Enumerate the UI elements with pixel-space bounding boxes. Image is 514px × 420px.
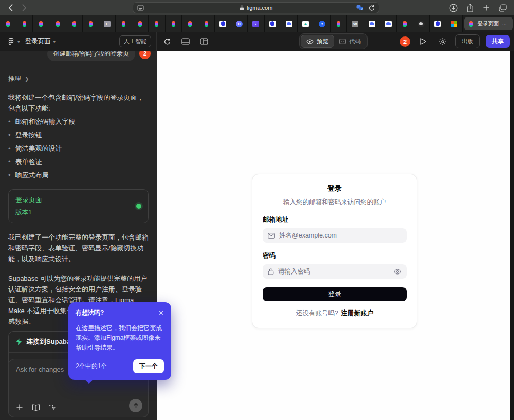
browser-tab[interactable] <box>331 15 347 32</box>
browser-tab[interactable] <box>231 15 248 32</box>
password-input[interactable] <box>278 268 390 275</box>
view-mode-switcher: 预览 代码 <box>299 33 368 49</box>
translate-icon[interactable]: A <box>356 5 364 11</box>
new-tab-icon[interactable] <box>483 4 490 11</box>
browser-tab[interactable] <box>132 15 149 32</box>
guidelines-book-icon[interactable] <box>32 404 40 411</box>
tab-preview[interactable]: 预览 <box>301 35 334 48</box>
figma-favicon-icon <box>187 21 193 27</box>
figma-favicon-icon <box>401 21 408 27</box>
list-item: 邮箱和密码输入字段 <box>8 116 149 127</box>
ccircle-favicon-icon <box>236 21 243 27</box>
browser-tab[interactable] <box>446 15 463 32</box>
address-bar[interactable]: figma.com A <box>133 2 379 13</box>
browser-tab[interactable] <box>380 15 397 32</box>
reload-icon[interactable] <box>369 5 375 11</box>
signup-link[interactable]: 注册新账户 <box>341 309 374 317</box>
browser-tab[interactable] <box>215 15 231 32</box>
figma-favicon-icon <box>120 21 127 27</box>
figma-favicon-icon <box>71 21 78 27</box>
browser-tab[interactable] <box>33 15 49 32</box>
browser-tab[interactable] <box>99 15 116 32</box>
settings-gear-icon[interactable] <box>436 35 449 48</box>
preview-canvas: 登录 输入您的邮箱和密码来访问您的账户 邮箱地址 密码 登录 还没有账号吗?注册… <box>157 51 510 420</box>
tab-code[interactable]: 代码 <box>334 35 366 47</box>
browser-tabs <box>0 15 463 32</box>
close-icon[interactable]: ✕ <box>158 309 164 316</box>
whale-favicon-icon <box>385 21 392 27</box>
version-card-version: 版本1 <box>15 208 42 217</box>
active-browser-tab[interactable]: 登录页面 -... <box>464 17 513 30</box>
browser-tab[interactable] <box>16 15 33 32</box>
browser-toolbar: figma.com A <box>0 0 514 15</box>
play-icon[interactable] <box>416 35 430 48</box>
publish-button[interactable]: 出版 <box>455 34 480 48</box>
active-tab-title: 登录页面 -... <box>477 20 506 27</box>
browser-tab[interactable] <box>116 15 132 32</box>
reasoning-toggle[interactable]: 推理❯ <box>8 75 149 83</box>
logo-chevron-icon[interactable]: ▾ <box>17 39 20 44</box>
browser-tab[interactable] <box>49 15 66 32</box>
forward-icon[interactable] <box>22 4 27 11</box>
password-label: 密码 <box>263 251 407 260</box>
idea-tooltip: 有想法吗? ✕ 在这里描述它，我们会把它变成现实。添加Figma框架或图像来帮助… <box>68 302 171 380</box>
whale-favicon-icon <box>369 21 375 27</box>
window-edge <box>510 51 514 420</box>
figma-favicon-icon <box>468 21 474 27</box>
add-attachment-icon[interactable] <box>16 404 23 411</box>
list-item: 响应式布局 <box>8 170 149 180</box>
point-edit-icon[interactable] <box>49 403 57 411</box>
version-card[interactable]: 登录页面 版本1 <box>8 189 149 223</box>
device-frame-icon[interactable] <box>179 35 192 48</box>
browser-tab[interactable] <box>149 15 165 32</box>
browser-tab[interactable] <box>430 15 446 32</box>
browser-tab[interactable] <box>347 15 363 32</box>
purple-favicon-icon <box>252 21 259 27</box>
refresh-icon[interactable] <box>160 35 174 48</box>
browser-tab[interactable] <box>413 15 430 32</box>
message-count-badge[interactable]: 2 <box>139 51 151 59</box>
browser-tab[interactable] <box>0 15 16 32</box>
next-button[interactable]: 下一个 <box>133 359 164 373</box>
browser-tab[interactable] <box>248 15 264 32</box>
browser-tab[interactable] <box>314 15 331 32</box>
send-button[interactable] <box>129 399 142 412</box>
envelope-icon <box>268 233 275 239</box>
figma-favicon-icon <box>38 21 44 27</box>
figma-logo-icon[interactable] <box>7 38 15 45</box>
chevron-right-icon: ❯ <box>25 76 29 82</box>
downloads-icon[interactable] <box>449 4 458 12</box>
email-input[interactable] <box>279 232 401 239</box>
notification-badge[interactable]: 2 <box>400 36 410 47</box>
share-icon[interactable] <box>467 4 474 12</box>
toggle-password-eye-icon[interactable] <box>394 269 401 275</box>
teala-favicon-icon <box>302 21 309 27</box>
login-submit-button[interactable]: 登录 <box>263 287 407 301</box>
file-title[interactable]: 登录页面 <box>25 37 51 46</box>
password-field-wrap <box>263 264 407 279</box>
browser-tab[interactable] <box>397 15 413 32</box>
back-icon[interactable] <box>8 4 13 11</box>
layout-panel-icon[interactable] <box>197 35 211 48</box>
tab-strip: 登录页面 -... <box>0 15 514 32</box>
login-title: 登录 <box>263 184 407 193</box>
tab-overview-icon[interactable] <box>499 4 507 12</box>
share-button[interactable]: 共享 <box>486 35 510 48</box>
title-chevron-icon[interactable]: ▾ <box>53 39 56 44</box>
browser-tab[interactable] <box>265 15 281 32</box>
browser-tab[interactable] <box>281 15 298 32</box>
browser-tab[interactable] <box>363 15 380 32</box>
login-subtitle: 输入您的邮箱和密码来访问您的账户 <box>263 198 407 207</box>
address-url: figma.com <box>247 5 273 11</box>
browser-tab[interactable] <box>66 15 83 32</box>
reader-icon[interactable] <box>137 5 144 11</box>
signup-prompt: 还没有账号吗? <box>296 309 338 317</box>
svg-text:A: A <box>361 7 363 10</box>
browser-tab[interactable] <box>166 15 182 32</box>
lock-icon <box>240 5 244 11</box>
assistant-summary-text: 我已创建了一个功能完整的登录页面，包含邮箱和密码字段、表单验证、密码显示/隐藏切… <box>8 232 149 264</box>
browser-tab[interactable] <box>83 15 99 32</box>
browser-tab[interactable] <box>182 15 198 32</box>
browser-tab[interactable] <box>298 15 314 32</box>
browser-tab[interactable] <box>198 15 215 32</box>
